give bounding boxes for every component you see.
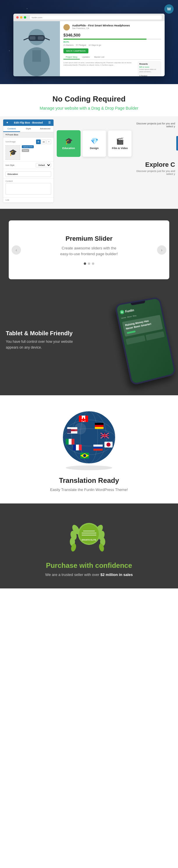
content-textarea[interactable] xyxy=(5,183,51,195)
svg-rect-44 xyxy=(66,439,69,444)
upload-icon-btn[interactable]: Upload SVG xyxy=(22,145,34,148)
flipbox-cards-preview: 🎓 Education 💎 Design 🎬 Film & Video xyxy=(57,130,175,157)
svg-point-48 xyxy=(106,442,110,446)
product-info: AudioPhile - First Smart Wireless Headph… xyxy=(72,24,161,29)
flip-card-design[interactable]: 💎 Design xyxy=(82,130,106,157)
browser-url-bar: funlin.com xyxy=(30,16,162,20)
badge-container: ENVATO ELITE xyxy=(67,515,111,556)
svg-rect-38 xyxy=(93,444,103,446)
editor-menu-icon: ☰ xyxy=(48,121,51,124)
progress-bar-fill xyxy=(63,38,147,40)
mobile-title: Tablet & Mobile Friendly xyxy=(6,330,99,337)
browser-bar: funlin.com xyxy=(14,13,164,21)
icon-opt-icon[interactable]: ⊞ xyxy=(36,140,41,144)
backers-stat: 21 Backers xyxy=(63,44,74,46)
preview-top-text: Discover projects just for you andselect… xyxy=(57,122,175,128)
svg-rect-4 xyxy=(38,36,44,40)
mobile-description: You have full control over how your webs… xyxy=(6,339,99,350)
editor-tab-style[interactable]: Style xyxy=(20,126,37,132)
phone-device: ▶ Funlin Home About Blog Raising Mo xyxy=(114,297,176,386)
wordpress-logo: W xyxy=(164,4,174,13)
funlin-logo-text: Funlin xyxy=(125,308,134,313)
svg-point-9 xyxy=(66,465,112,470)
slider-dot-3[interactable] xyxy=(92,262,94,265)
education-card-label: Education xyxy=(62,147,75,150)
phone-nav-1: Home xyxy=(121,316,126,319)
icon-opt-image[interactable]: 🖼 xyxy=(41,140,46,144)
slider-title: Premium Slider xyxy=(66,235,112,243)
tab-backer-list[interactable]: Backer List xyxy=(92,55,107,59)
phone-mockup-wrapper: ▶ Funlin Home About Blog Raising Mo xyxy=(102,300,172,381)
translation-title: Translation Ready xyxy=(11,476,167,485)
globe-container xyxy=(55,407,123,471)
slider-container: ‹ Premium Slider Create awesome sliders … xyxy=(9,220,169,279)
explore-preview: Explore C Discover projects just for you… xyxy=(57,161,175,176)
delete-icon-btn[interactable]: Delete xyxy=(22,149,29,152)
dot-yellow xyxy=(20,16,22,19)
svg-rect-39 xyxy=(93,446,103,448)
product-subtitle: San Francisco, CA xyxy=(72,27,161,29)
phone-content: ▶ Funlin Home About Blog Raising Mo xyxy=(117,301,168,348)
svg-rect-40 xyxy=(93,448,103,451)
dot-green xyxy=(24,16,26,19)
icon-style-select[interactable]: Default xyxy=(36,163,51,167)
editor-panel: ✦ Edit Flip Box - Boosted ☰ Content Styl… xyxy=(3,119,54,203)
mobile-inner: Tablet & Mobile Friendly You have full c… xyxy=(6,291,172,381)
product-header: AudioPhile - First Smart Wireless Headph… xyxy=(63,24,161,30)
svg-rect-36 xyxy=(76,444,79,451)
icon-preview-box: 🎓 xyxy=(5,145,20,160)
slider-arrow-left[interactable]: ‹ xyxy=(11,245,21,255)
browser-right-panel: AudioPhile - First Smart Wireless Headph… xyxy=(60,21,164,76)
pledged-stat: 57 Pledged xyxy=(76,44,86,46)
back-campaign-button[interactable]: BACK CAMPAIGN xyxy=(63,49,88,53)
editor-tab-content[interactable]: Content xyxy=(3,126,20,132)
svg-rect-21 xyxy=(95,427,104,429)
section-arrow: ▾ xyxy=(5,133,7,136)
design-card-label: Design xyxy=(90,147,99,150)
editor-tab-advanced[interactable]: Advanced xyxy=(36,126,53,132)
editor-text-field xyxy=(3,169,53,179)
reward-desc: Lorem ipsum dolor sit amet consectu... xyxy=(139,68,160,73)
phone-cta-btn xyxy=(127,331,136,334)
editor-section-front-box: ▾ Front Box xyxy=(3,132,53,137)
purchase-section: ENVATO ELITE Purchase with confidence We… xyxy=(0,503,178,588)
editor-icon-style-field: Icon Style Default xyxy=(3,161,53,169)
slider-section: ‹ Premium Slider Create awesome sliders … xyxy=(0,209,178,291)
reward-amount: $25 or more xyxy=(139,66,160,68)
education-text-input[interactable] xyxy=(5,172,51,177)
slider-arrow-right[interactable]: › xyxy=(157,245,167,255)
phone-nav-2: About xyxy=(127,315,132,318)
svg-point-49 xyxy=(74,423,86,434)
editor-right-preview: Discover projects just for you andselect… xyxy=(54,119,178,203)
explore-subtitle: Discover projects just for you andselect… xyxy=(57,169,175,176)
link-label: Link xyxy=(5,199,51,201)
flipbox-editor: ✦ Edit Flip Box - Boosted ☰ Content Styl… xyxy=(0,119,178,203)
svg-text:ENVATO ELITE: ENVATO ELITE xyxy=(82,539,96,541)
globe-svg xyxy=(55,407,123,471)
icon-style-label: Icon Style xyxy=(5,164,15,166)
content-block-2 xyxy=(146,332,164,341)
flip-card-film[interactable]: 🎬 Film & Video xyxy=(108,130,132,157)
progress-pct: 86.5% xyxy=(63,41,161,43)
hero-image xyxy=(14,21,60,76)
rewards-panel: Rewards $25 or more Lorem ipsum dolor si… xyxy=(138,61,161,76)
editor-icon-field: Icon/Image ⊞ 🖼 ✕ 🎓 Upload SVG Delete xyxy=(3,137,53,161)
rewards-title: Rewards xyxy=(139,63,160,65)
editor-title-icon: ✦ xyxy=(6,121,8,124)
tab-project-story[interactable]: Project Story xyxy=(63,55,80,59)
flip-card-education[interactable]: 🎓 Education xyxy=(57,130,81,157)
funding-amount: $346,500 xyxy=(63,33,161,37)
editor-header: ✦ Edit Flip Box - Boosted ☰ xyxy=(3,120,53,126)
browser-content: AudioPhile - First Smart Wireless Headph… xyxy=(14,21,164,76)
dot-red xyxy=(16,16,19,19)
purchase-title: Purchase with confidence xyxy=(11,561,167,569)
svg-rect-23 xyxy=(79,415,82,422)
slider-dot-1[interactable] xyxy=(84,262,86,265)
icon-opt-none[interactable]: ✕ xyxy=(47,140,51,144)
icon-upload-controls: Upload SVG Delete xyxy=(22,145,34,152)
slider-dot-2[interactable] xyxy=(88,262,90,265)
icon-type-options: ⊞ 🖼 ✕ xyxy=(36,140,51,144)
funlin-icon: ▶ xyxy=(120,310,125,314)
reward-pledged: 0 Pledged xyxy=(139,75,160,76)
tab-updates[interactable]: Updates xyxy=(80,55,92,59)
